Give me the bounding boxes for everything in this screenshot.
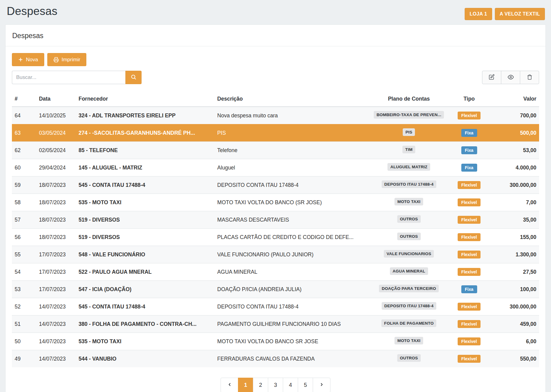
table-row[interactable]: 62 02/05/2024 85 - TELEFONE Telefone TIM… [12, 142, 539, 159]
cell-data: 17/07/2023 [36, 281, 76, 298]
store-button[interactable]: LOJA 1 [465, 8, 492, 20]
cell-fornecedor: 547 - ICIA (DOAÇÃO) [76, 281, 214, 298]
page-button-4[interactable]: 4 [283, 378, 298, 392]
cell-tipo: Flexível [449, 107, 489, 124]
edit-icon [489, 74, 495, 81]
cell-tipo: Flexível [449, 229, 489, 246]
cell-plano: FOLHA DE PAGAMENTO [369, 315, 449, 333]
plano-badge: DEPOSITO ITAU 17488-4 [382, 302, 436, 310]
cell-plano: OUTROS [369, 229, 449, 246]
new-expense-label: Nova [26, 57, 38, 63]
cell-tipo: Fixa [449, 159, 489, 176]
plano-badge: ALUGUEL MATRIZ [387, 163, 430, 171]
cell-descricao: Nova despesa muito cara [214, 107, 369, 124]
delete-button[interactable] [520, 71, 539, 84]
cell-data: 14/07/2023 [36, 333, 76, 350]
cell-data: 18/07/2023 [36, 229, 76, 246]
pagination-prev-button[interactable] [221, 378, 238, 392]
cell-descricao: PIS [214, 124, 369, 142]
cell-plano: VALE FUNCIONARIOS [369, 246, 449, 263]
page-title: Despesas [7, 5, 57, 18]
page-button-2[interactable]: 2 [253, 378, 268, 392]
cell-descricao: PLACAS CARTÃO DE CREDITO E CODIGO DE DEF… [214, 229, 369, 246]
cell-valor: 155,00 [489, 229, 539, 246]
tipo-badge: Flexível [458, 251, 481, 258]
cell-descricao: DEPOSITO CONTA ITAU 17488-4 [214, 298, 369, 315]
cell-fornecedor: 85 - TELEFONE [76, 142, 214, 159]
cell-descricao: AGUA MINERAL [214, 263, 369, 281]
table-row[interactable]: 63 03/05/2024 274 - -SACOLITAS-GARANHUNS… [12, 124, 539, 142]
company-button[interactable]: A VELOZ TEXTIL [495, 8, 545, 20]
table-row[interactable]: 64 14/10/2025 324 - ADL TRANSPORTES EIRE… [12, 107, 539, 124]
chevron-right-icon [319, 382, 324, 388]
plano-badge: FOLHA DE PAGAMENTO [381, 319, 436, 327]
cell-id: 64 [12, 107, 36, 124]
table-row[interactable]: 55 17/07/2023 548 - VALE FUNCIONÁRIO VAL… [12, 246, 539, 263]
new-expense-button[interactable]: Nova [12, 53, 44, 66]
search-button[interactable] [125, 71, 142, 84]
cell-descricao: Telefone [214, 142, 369, 159]
cell-plano: MOTO TAXI [369, 333, 449, 350]
page-button-5[interactable]: 5 [298, 378, 313, 392]
table-row[interactable]: 52 14/07/2023 545 - CONTA ITAU 17488-4 D… [12, 298, 539, 315]
view-button[interactable] [501, 71, 520, 84]
plano-badge: DOAÇÃO PARA TERCEIRO [379, 285, 439, 292]
table-row[interactable]: 50 14/07/2023 535 - MOTO TAXI MOTO TAXI … [12, 333, 539, 350]
cell-descricao: Aluguel [214, 159, 369, 176]
page-button-3[interactable]: 3 [268, 378, 283, 392]
table-row[interactable]: 53 17/07/2023 547 - ICIA (DOAÇÃO) DOAÇÃO… [12, 281, 539, 298]
cell-data: 18/07/2023 [36, 176, 76, 194]
cell-fornecedor: 522 - PAULO AGUA MNERAL [76, 263, 214, 281]
cell-valor: 7,00 [489, 194, 539, 211]
cell-id: 53 [12, 281, 36, 298]
pagination-wrap: 12345 [12, 378, 539, 392]
table-row[interactable]: 59 18/07/2023 545 - CONTA ITAU 17488-4 D… [12, 176, 539, 194]
cell-fornecedor: 380 - FOLHA DE PAGAMENTO - CONTRA-CH... [76, 315, 214, 333]
table-row[interactable]: 57 18/07/2023 519 - DIVERSOS MASCARAS DE… [12, 211, 539, 229]
tipo-badge: Flexível [458, 233, 481, 241]
cell-id: 57 [12, 211, 36, 229]
plus-icon [18, 57, 23, 62]
col-id: # [12, 92, 36, 107]
tipo-badge: Flexível [458, 303, 481, 311]
cell-tipo: Flexível [449, 315, 489, 333]
cell-valor: 4.000,00 [489, 159, 539, 176]
cell-data: 14/07/2023 [36, 350, 76, 368]
cell-id: 51 [12, 315, 36, 333]
edit-button[interactable] [482, 71, 501, 84]
cell-id: 54 [12, 263, 36, 281]
cell-data: 18/07/2023 [36, 211, 76, 229]
plano-badge: OUTROS [397, 215, 421, 223]
cell-fornecedor: 324 - ADL TRANSPORTES EIRELI EPP [76, 107, 214, 124]
table-row[interactable]: 54 17/07/2023 522 - PAULO AGUA MNERAL AG… [12, 263, 539, 281]
print-button[interactable]: Imprimir [47, 53, 86, 66]
cell-fornecedor: 545 - CONTA ITAU 17488-4 [76, 176, 214, 194]
cell-data: 14/10/2025 [36, 107, 76, 124]
table-row[interactable]: 56 18/07/2023 519 - DIVERSOS PLACAS CART… [12, 229, 539, 246]
table-row[interactable]: 51 14/07/2023 380 - FOLHA DE PAGAMENTO -… [12, 315, 539, 333]
pagination: 12345 [221, 378, 330, 392]
cell-valor: 100,00 [489, 281, 539, 298]
card-title: Despesas [5, 25, 546, 46]
page-button-1[interactable]: 1 [238, 378, 253, 392]
cell-id: 59 [12, 176, 36, 194]
row-action-group [482, 71, 539, 84]
table-header: # Data Fornecedor Descrição Plano de Con… [12, 92, 539, 107]
pagination-next-button[interactable] [313, 378, 330, 392]
cell-fornecedor: 548 - VALE FUNCIONÁRIO [76, 246, 214, 263]
search-input[interactable] [12, 71, 125, 84]
cell-valor: 300.000,00 [489, 176, 539, 194]
table-row[interactable]: 58 18/07/2023 535 - MOTO TAXI MOTO TAXI … [12, 194, 539, 211]
cell-valor: 500,00 [489, 124, 539, 142]
eye-icon [508, 74, 514, 81]
search-icon [131, 74, 136, 81]
cell-fornecedor: 535 - MOTO TAXI [76, 194, 214, 211]
plano-badge: BOMBEIRO-TAXA DE PREVEN... [374, 111, 444, 119]
table-row[interactable]: 60 29/04/2024 145 - ALUGUEL - MATRIZ Alu… [12, 159, 539, 176]
table-row[interactable]: 49 14/07/2023 544 - VANUBIO FERRADURAS C… [12, 350, 539, 368]
cell-data: 14/07/2023 [36, 298, 76, 315]
search-row [12, 71, 539, 84]
cell-descricao: MOTO TAXI VOLTA DO BANCO (SR JOSE) [214, 194, 369, 211]
cell-valor: 6,00 [489, 333, 539, 350]
cell-fornecedor: 535 - MOTO TAXI [76, 333, 214, 350]
